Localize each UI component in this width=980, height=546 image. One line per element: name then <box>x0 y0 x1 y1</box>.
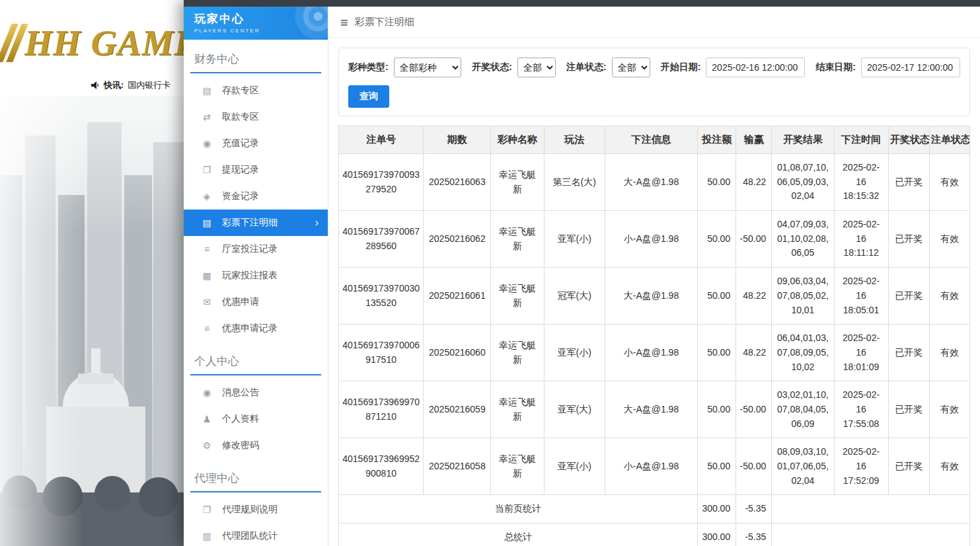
cell-lottery-name: 幸运飞艇新 <box>491 211 544 268</box>
sidebar-item-label: 资金记录 <box>222 190 259 202</box>
profile-icon: ♟ <box>201 414 213 424</box>
cell-draw-result: 09,06,03,04,07,08,05,02,10,01 <box>772 268 834 325</box>
table-header-row: 注单号期数彩种名称玩法下注信息投注额输赢开奖结果下注时间开奖状态注单状态 <box>339 126 970 154</box>
col-header-win-loss: 输赢 <box>736 126 772 154</box>
sidebar-item-player-bet-report[interactable]: ▦玩家投注报表 <box>184 262 328 289</box>
cell-bet-amount: 50.00 <box>698 438 736 495</box>
sidebar-item-label: 存款专区 <box>222 85 259 97</box>
chevron-right-icon: › <box>315 217 319 229</box>
cell-bet-amount: 50.00 <box>698 268 736 325</box>
page-summary-label: 当前页统计 <box>339 495 698 524</box>
content-header: ≡ 彩票下注明细 <box>328 7 980 38</box>
cell-lottery-name: 幸运飞艇新 <box>491 381 544 438</box>
recharge-record-icon: ◉ <box>201 138 213 149</box>
sidebar-item-withdrawal-records[interactable]: ❐提现记录 <box>184 157 328 183</box>
sidebar-section-title: 财务中心 <box>190 49 321 73</box>
player-center-panel: 玩家中心 PLAYERS CENTER 财务中心▤存款专区⇄取款专区◉充值记录❐… <box>184 0 980 546</box>
deposit-icon: ▤ <box>201 85 213 96</box>
col-header-lottery-name: 彩种名称 <box>491 126 544 154</box>
sidebar-item-recharge-records[interactable]: ◉充值记录 <box>184 130 328 157</box>
col-header-bet-info: 下注信息 <box>605 126 697 154</box>
content: ≡ 彩票下注明细 彩种类型: 全部彩种 开奖状态: 全部 注单状态: <box>328 7 980 546</box>
sidebar-item-label: 优惠申请 <box>222 296 259 308</box>
cell-order-status: 有效 <box>929 325 969 381</box>
col-header-play-type: 玩法 <box>544 126 605 154</box>
cell-play-type: 亚军(小) <box>544 438 605 495</box>
sidebar-item-promo-apply[interactable]: ✉优惠申请 <box>184 289 328 315</box>
page-title: 彩票下注明细 <box>355 16 414 28</box>
col-header-period: 期数 <box>424 126 491 154</box>
cell-bet-amount: 50.00 <box>698 154 736 211</box>
top-strip <box>184 0 980 7</box>
search-button[interactable]: 查询 <box>348 85 389 108</box>
sidebar-item-label: 充值记录 <box>222 137 259 149</box>
cell-bet-amount: 50.00 <box>698 211 736 268</box>
sidebar-item-agent-rules[interactable]: ❐代理规则说明 <box>184 496 328 523</box>
brand-row: HH GAME <box>4 22 199 63</box>
cell-draw-status: 已开奖 <box>888 325 929 381</box>
sidebar-item-label: 修改密码 <box>222 440 259 451</box>
end-date-label: 结束日期: <box>815 61 856 73</box>
sidebar-item-label: 取款专区 <box>222 111 259 123</box>
cell-win-loss: 48.22 <box>736 325 772 381</box>
sidebar-item-promo-apply-records[interactable]: ≡优惠申请记录 <box>184 315 328 342</box>
cell-draw-status: 已开奖 <box>888 268 929 325</box>
cell-draw-result: 06,04,01,03,07,08,09,05,10,02 <box>772 325 834 381</box>
total-summary-win-loss: -5.35 <box>736 524 772 546</box>
sidebar-item-label: 优惠申请记录 <box>222 323 278 334</box>
cell-period: 20250216058 <box>424 438 491 495</box>
brand-logo: HH GAME <box>24 22 199 63</box>
order-status-select[interactable]: 全部 <box>612 58 650 77</box>
start-date-label: 开始日期: <box>661 61 701 73</box>
col-header-draw-status: 开奖状态 <box>888 126 929 154</box>
bet-table: 注单号期数彩种名称玩法下注信息投注额输赢开奖结果下注时间开奖状态注单状态 401… <box>338 126 970 546</box>
sidebar-item-change-password[interactable]: ⚙修改密码 <box>184 432 328 459</box>
sidebar-item-fund-records[interactable]: ◈资金记录 <box>184 183 328 210</box>
cell-win-loss: -50.00 <box>736 211 772 268</box>
sidebar-item-label: 消息公告 <box>222 387 259 399</box>
cell-play-type: 亚军(小) <box>544 211 605 268</box>
cell-order-id: 401569173969970871210 <box>339 381 424 438</box>
cell-play-type: 冠军(大) <box>544 268 605 325</box>
col-header-draw-result: 开奖结果 <box>772 126 834 154</box>
sidebar-item-label: 代理规则说明 <box>222 504 278 516</box>
cell-order-id: 401569173970093279520 <box>339 154 424 211</box>
sidebar-item-agent-team-stats[interactable]: ▥代理团队统计 <box>184 523 328 546</box>
end-date-input[interactable] <box>861 58 960 77</box>
total-summary-bet-amount: 300.00 <box>698 524 736 546</box>
cell-draw-result: 01,08,07,10,06,05,09,03,02,04 <box>772 154 834 211</box>
cell-draw-result: 04,07,09,03,01,10,02,08,06,05 <box>772 211 834 268</box>
total-summary-empty <box>772 524 970 546</box>
cell-bet-time: 2025-02-16 18:05:01 <box>834 268 888 325</box>
cell-win-loss: -50.00 <box>736 438 772 495</box>
cell-period: 20250216062 <box>424 211 491 268</box>
table-row: 40156917396997087121020250216059幸运飞艇新亚军(… <box>339 381 970 438</box>
sidebar-item-message-board[interactable]: ◉消息公告 <box>184 379 328 406</box>
lottery-type-select[interactable]: 全部彩种 <box>394 58 462 77</box>
cell-order-status: 有效 <box>929 438 969 495</box>
sidebar-item-lottery-bet-details[interactable]: ▤彩票下注明细› <box>184 210 328 236</box>
menu-toggle-icon[interactable]: ≡ <box>340 16 348 29</box>
password-icon: ⚙ <box>201 440 213 451</box>
start-date-input[interactable] <box>706 58 805 77</box>
cell-period: 20250216061 <box>424 268 491 325</box>
sidebar-subtitle: PLAYERS CENTER <box>194 28 328 34</box>
sidebar-item-profile[interactable]: ♟个人资料 <box>184 406 328 432</box>
news-ticker: 快讯: 国内银行卡 <box>91 79 170 91</box>
draw-status-select[interactable]: 全部 <box>517 58 556 77</box>
lottery-type-label: 彩种类型: <box>348 61 389 73</box>
table-row: 40156917397009327952020250216063幸运飞艇新第三名… <box>339 154 970 211</box>
content-body: 彩种类型: 全部彩种 开奖状态: 全部 注单状态: 全部 开始日期: <box>328 38 980 546</box>
sidebar-item-deposit-zone[interactable]: ▤存款专区 <box>184 77 328 104</box>
cell-order-status: 有效 <box>929 268 969 325</box>
draw-status-label: 开奖状态: <box>472 61 512 73</box>
sidebar-item-withdraw-zone[interactable]: ⇄取款专区 <box>184 104 328 130</box>
cell-bet-time: 2025-02-16 17:52:09 <box>834 438 888 495</box>
total-summary-row: 总统计 300.00 -5.35 <box>339 524 970 546</box>
sidebar-item-hall-bet-records[interactable]: ≡厅室投注记录 <box>184 236 328 262</box>
cell-bet-time: 2025-02-16 17:55:08 <box>834 381 888 438</box>
cell-bet-amount: 50.00 <box>698 381 736 438</box>
sidebar-item-label: 个人资料 <box>222 413 259 425</box>
sidebar-item-label: 玩家投注报表 <box>222 270 278 282</box>
page-summary-empty <box>772 495 970 524</box>
